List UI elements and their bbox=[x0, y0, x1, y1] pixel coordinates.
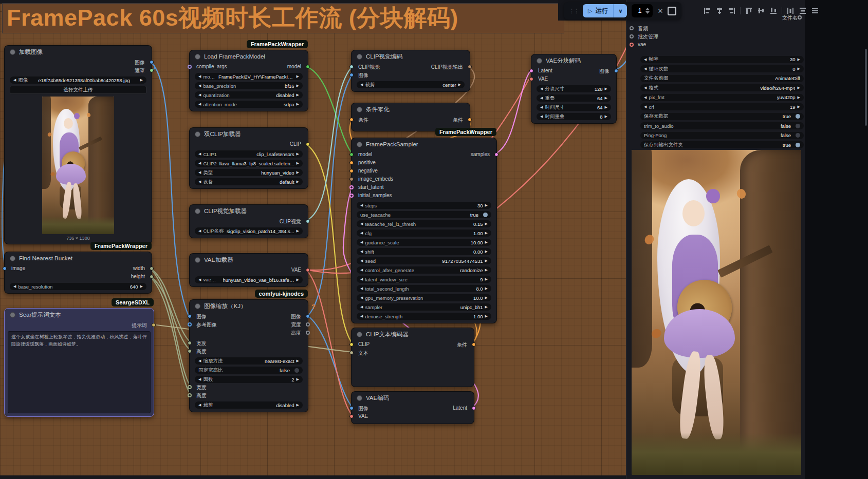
align-bottom-icon[interactable] bbox=[769, 7, 778, 15]
collapse-dot-icon[interactable] bbox=[357, 332, 362, 337]
toggle-knob[interactable] bbox=[483, 213, 488, 217]
decrement-arrow-icon[interactable]: ◀ bbox=[198, 102, 201, 106]
framepack-sampler-widget-teacache_rel_l1_thresh[interactable]: ◀teacache_rel_l1_thresh0.15▶ bbox=[357, 220, 491, 227]
increment-icon[interactable] bbox=[645, 8, 650, 10]
increment-arrow-icon[interactable]: ▶ bbox=[297, 74, 299, 79]
node-vae-encode[interactable]: VAE编码图像LatentVAE bbox=[351, 391, 474, 424]
video-combine-widget-crf[interactable]: ◀crf19▶ bbox=[640, 103, 804, 110]
framepack-sampler-widget-shift[interactable]: ◀shift0.00▶ bbox=[357, 248, 491, 255]
increment-arrow-icon[interactable]: ▶ bbox=[485, 222, 488, 226]
vae-tiled-decode-input-Latent-socket[interactable] bbox=[529, 69, 533, 73]
decrement-arrow-icon[interactable]: ◀ bbox=[198, 93, 201, 97]
increment-arrow-icon[interactable]: ▶ bbox=[485, 250, 488, 254]
node-titlebar[interactable]: FramePackSampler bbox=[352, 138, 496, 150]
dual-clip-loader-widget-类型[interactable]: ◀类型hunyuan_video▶ bbox=[195, 169, 303, 176]
image-resize-kj-input-宽度-socket[interactable] bbox=[188, 385, 192, 389]
video-combine-widget-帧率[interactable]: ◀帧率30▶ bbox=[640, 56, 804, 63]
image-resize-kj-output-宽度-socket[interactable] bbox=[306, 322, 310, 327]
framepack-sampler-widget-control_after_generate[interactable]: ◀control_after_generaterandomize▶ bbox=[357, 266, 491, 274]
batch-count-stepper[interactable]: 1 bbox=[632, 4, 653, 17]
image-resize-kj-input-参考图像-socket[interactable] bbox=[188, 322, 192, 327]
align-left-icon[interactable] bbox=[703, 7, 711, 15]
decrement-arrow-icon[interactable]: ◀ bbox=[360, 296, 363, 300]
load-image-upload-button[interactable]: 选择文件上传 bbox=[10, 86, 146, 94]
node-titlebar[interactable]: CLIP视觉编码 bbox=[352, 50, 470, 63]
framepack-sampler-output-samples-socket[interactable] bbox=[494, 152, 498, 157]
find-bucket-output-width-socket[interactable] bbox=[150, 266, 154, 271]
increment-arrow-icon[interactable]: ▶ bbox=[798, 105, 800, 109]
decrement-arrow-icon[interactable]: ◀ bbox=[360, 250, 363, 254]
node-titlebar[interactable]: 双CLIP加载器 bbox=[190, 128, 308, 140]
decrement-arrow-icon[interactable]: ◀ bbox=[360, 268, 363, 272]
node-titlebar[interactable]: CLIP文本编码器 bbox=[352, 328, 474, 340]
node-conditioning-zero-out[interactable]: 条件零化条件条件 bbox=[351, 103, 470, 131]
collapse-dot-icon[interactable] bbox=[195, 131, 200, 137]
decrement-arrow-icon[interactable]: ◀ bbox=[198, 229, 201, 233]
image-resize-kj-output-高度-socket[interactable] bbox=[306, 331, 310, 335]
framepack-sampler-widget-steps[interactable]: ◀steps30▶ bbox=[357, 202, 491, 209]
clear-queue-button[interactable]: ✕ bbox=[657, 7, 663, 15]
image-resize-kj-widget-裁剪[interactable]: ◀裁剪disabled▶ bbox=[195, 401, 303, 409]
load-framepack-output-model-socket[interactable] bbox=[306, 65, 310, 69]
framepack-sampler-widget-seed[interactable]: ◀seed917270354474531▶ bbox=[357, 257, 491, 264]
decrement-arrow-icon[interactable]: ◀ bbox=[360, 314, 363, 318]
vae-tiled-decode-widget-时间重叠[interactable]: ◀时间重叠8▶ bbox=[537, 113, 611, 120]
decrement-arrow-icon[interactable]: ◀ bbox=[360, 222, 363, 226]
increment-arrow-icon[interactable]: ▶ bbox=[485, 231, 488, 235]
node-load-framepack[interactable]: FramePackWrapperLoad FramePackModelcompi… bbox=[189, 50, 308, 111]
increment-arrow-icon[interactable]: ▶ bbox=[605, 114, 607, 119]
increment-arrow-icon[interactable]: ▶ bbox=[297, 93, 299, 97]
vae-encode-input-VAE-socket[interactable] bbox=[349, 414, 354, 418]
decrement-arrow-icon[interactable]: ◀ bbox=[198, 180, 201, 184]
video-combine-widget-pix_fmt[interactable]: ◀pix_fmtyuv420p▶ bbox=[640, 94, 804, 101]
node-titlebar[interactable]: Sear提示词文本 bbox=[5, 309, 154, 321]
video-combine-widget-格式[interactable]: ◀格式video/h264-mp4▶ bbox=[640, 84, 804, 91]
node-titlebar[interactable]: Load FramePackModel bbox=[190, 50, 308, 63]
node-titlebar[interactable]: 图像缩放（KJ） bbox=[190, 300, 308, 312]
load-framepack-input-compile_args-socket[interactable] bbox=[188, 65, 192, 69]
stop-button[interactable] bbox=[668, 7, 676, 15]
decrement-arrow-icon[interactable]: ◀ bbox=[360, 277, 363, 281]
vae-tiled-decode-widget-分块尺寸[interactable]: ◀分块尺寸128▶ bbox=[537, 85, 611, 92]
load-image-output-图像-socket[interactable] bbox=[150, 60, 154, 64]
node-titlebar[interactable]: VAE分块解码 bbox=[531, 54, 616, 67]
node-titlebar[interactable]: CLIP视觉加载器 bbox=[190, 205, 308, 217]
image-resize-kj-input-高度-socket[interactable] bbox=[188, 393, 192, 397]
increment-arrow-icon[interactable]: ▶ bbox=[297, 84, 299, 88]
framepack-sampler-input-image_embeds-socket[interactable] bbox=[349, 177, 354, 181]
clip-vision-encode-input-图像-socket[interactable] bbox=[349, 73, 354, 77]
node-vae-tiled-decode[interactable]: VAE分块解码Latent图像VAE◀分块尺寸128▶◀重叠64▶◀时间尺寸64… bbox=[531, 54, 617, 124]
decrement-arrow-icon[interactable]: ◀ bbox=[198, 377, 201, 381]
toggle-knob[interactable] bbox=[796, 114, 800, 119]
increment-arrow-icon[interactable]: ▶ bbox=[605, 105, 607, 109]
decrement-arrow-icon[interactable]: ◀ bbox=[360, 286, 363, 291]
decrement-arrow-icon[interactable]: ◀ bbox=[644, 58, 647, 62]
clip-vision-encode-widget-裁剪[interactable]: ◀裁剪center▶ bbox=[357, 81, 465, 88]
increment-arrow-icon[interactable]: ▶ bbox=[485, 268, 488, 272]
video-combine-widget-trim_to_audio[interactable]: trim_to_audiofalse bbox=[640, 122, 804, 129]
decrement-arrow-icon[interactable]: ◀ bbox=[198, 278, 201, 282]
video-combine-input-vae-socket[interactable] bbox=[630, 43, 634, 47]
toggle-knob[interactable] bbox=[796, 143, 800, 147]
increment-arrow-icon[interactable]: ▶ bbox=[297, 102, 299, 106]
node-clip-text-encode[interactable]: CLIP文本编码器CLIP条件文本 bbox=[351, 328, 474, 387]
align-top-icon[interactable] bbox=[745, 7, 753, 15]
framepack-sampler-input-initial_samples-socket[interactable] bbox=[349, 194, 354, 198]
dual-clip-loader-widget-设备[interactable]: ◀设备default▶ bbox=[195, 178, 303, 185]
video-combine-widget-保存元数据[interactable]: 保存元数据true bbox=[640, 113, 804, 120]
decrement-arrow-icon[interactable]: ◀ bbox=[360, 259, 363, 263]
decrement-arrow-icon[interactable]: ◀ bbox=[198, 74, 201, 79]
prompt-textarea[interactable]: 这个女孩坐在树桩上轻拨琴弦，指尖优雅滑动，秋风拂过，落叶伴随旋律缓缓飘落，画面如… bbox=[8, 331, 151, 413]
node-video-combine[interactable]: 文件名 音频批次管理vae ◀帧率30▶◀循环次数0▶文件名前缀AnimateD… bbox=[626, 0, 805, 479]
decrement-arrow-icon[interactable]: ◀ bbox=[540, 114, 543, 119]
clip-text-encode-input-CLIP-socket[interactable] bbox=[349, 342, 354, 347]
increment-arrow-icon[interactable]: ▶ bbox=[798, 58, 800, 62]
framepack-sampler-widget-latent_window_size[interactable]: ◀latent_window_size9▶ bbox=[357, 276, 491, 283]
node-titlebar[interactable]: 条件零化 bbox=[352, 103, 470, 116]
increment-arrow-icon[interactable]: ▶ bbox=[485, 277, 488, 281]
help-icon[interactable]: ? bbox=[311, 303, 316, 311]
vae-tiled-decode-widget-时间尺寸[interactable]: ◀时间尺寸64▶ bbox=[537, 104, 611, 111]
increment-arrow-icon[interactable]: ▶ bbox=[485, 203, 488, 207]
video-combine-widget-保存到输出文件夹[interactable]: 保存到输出文件夹true bbox=[640, 141, 804, 148]
image-resize-kj-widget-因数[interactable]: ◀因数2▶ bbox=[195, 376, 303, 383]
